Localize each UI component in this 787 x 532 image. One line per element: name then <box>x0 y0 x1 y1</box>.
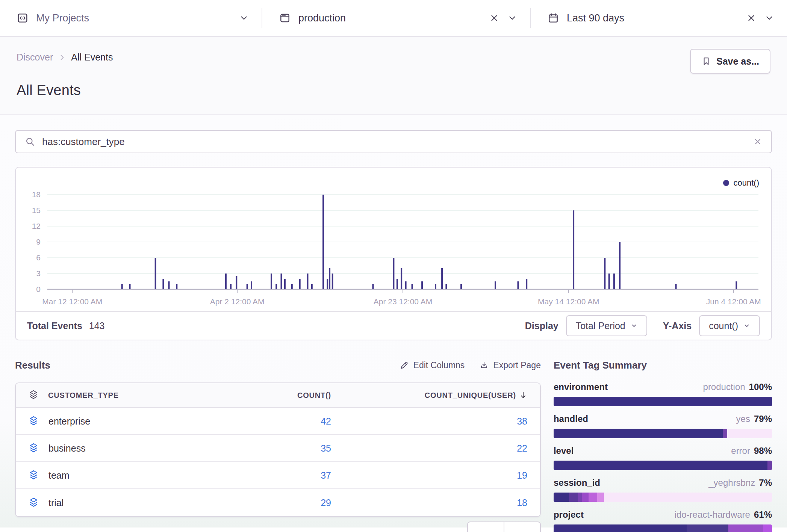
next-page-button[interactable] <box>504 521 541 532</box>
legend-count[interactable]: count() <box>723 178 759 188</box>
table-row[interactable]: enterprise 42 38 <box>16 408 540 435</box>
tag-bar-segment[interactable] <box>582 493 588 502</box>
tag-top-percent: 61% <box>754 509 772 520</box>
chevron-down-icon[interactable] <box>507 13 517 23</box>
yaxis-dropdown[interactable]: count() <box>699 315 760 336</box>
tag-bar-segment[interactable] <box>578 493 582 502</box>
breadcrumb-discover-link[interactable]: Discover <box>17 52 53 63</box>
display-dropdown[interactable]: Total Period <box>566 315 647 336</box>
tag-distribution-bar[interactable] <box>554 524 772 532</box>
column-header-count-unique-user[interactable]: COUNT_UNIQUE(USER) <box>425 391 516 400</box>
breadcrumb: Discover All Events <box>17 52 770 63</box>
count-unique-user-link[interactable]: 18 <box>517 497 527 508</box>
table-body: enterprise 42 38 business 35 22 team 37 … <box>16 408 540 516</box>
search-input[interactable] <box>35 136 753 148</box>
count-unique-user-link[interactable]: 22 <box>517 443 527 454</box>
count-link[interactable]: 42 <box>321 416 331 426</box>
customer-type-value: team <box>48 470 70 481</box>
layers-icon <box>29 497 39 509</box>
tag-block-session_id: session_id _yeghrsbnz 7% <box>554 478 772 502</box>
svg-text:15: 15 <box>32 206 41 215</box>
column-header-count[interactable]: COUNT() <box>297 391 331 399</box>
count-link[interactable]: 35 <box>321 443 331 453</box>
tag-bar-segment[interactable] <box>728 524 763 532</box>
project-filter[interactable]: My Projects <box>0 0 262 36</box>
tag-top-percent: 100% <box>749 382 772 392</box>
yaxis-dropdown-value: count() <box>709 320 738 331</box>
tag-bar-segment[interactable] <box>597 493 604 502</box>
total-events-value: 143 <box>89 320 105 331</box>
tag-distribution-bar[interactable] <box>554 429 772 438</box>
svg-text:May 14 12:00 AM: May 14 12:00 AM <box>538 297 599 306</box>
svg-text:Apr 23 12:00 AM: Apr 23 12:00 AM <box>374 297 432 306</box>
display-dropdown-value: Total Period <box>576 320 625 331</box>
table-header-row: CUSTOMER_TYPE COUNT() COUNT_UNIQUE(USER) <box>16 383 540 408</box>
calendar-icon <box>547 12 559 24</box>
count-unique-user-link[interactable]: 19 <box>517 470 527 481</box>
edit-columns-button[interactable]: Edit Columns <box>400 360 465 370</box>
clear-environment-icon[interactable] <box>489 13 499 23</box>
tag-bar-segment[interactable] <box>687 524 728 532</box>
edit-columns-label: Edit Columns <box>413 360 465 370</box>
tag-summary-panel: Event Tag Summary environment production… <box>554 356 772 532</box>
tag-top-percent: 79% <box>754 414 772 424</box>
tag-bar-segment[interactable] <box>589 493 597 502</box>
chevron-down-icon[interactable] <box>764 13 774 23</box>
tag-distribution-bar[interactable] <box>554 397 772 406</box>
svg-text:18: 18 <box>32 190 41 199</box>
count-link[interactable]: 37 <box>321 470 331 481</box>
tag-key[interactable]: session_id <box>554 478 600 488</box>
column-header-customer-type[interactable]: CUSTOMER_TYPE <box>48 391 119 400</box>
results-table: CUSTOMER_TYPE COUNT() COUNT_UNIQUE(USER)… <box>15 382 541 517</box>
breadcrumb-current: All Events <box>71 52 113 63</box>
tag-bar-segment[interactable] <box>763 524 772 532</box>
tag-bar-segment[interactable] <box>554 493 569 502</box>
count-link[interactable]: 29 <box>321 497 331 508</box>
chevron-down-icon[interactable] <box>239 13 249 23</box>
customer-type-value: trial <box>48 497 64 508</box>
yaxis-label: Y-Axis <box>663 320 692 331</box>
tag-bar-segment[interactable] <box>767 461 772 470</box>
previous-page-button[interactable] <box>467 521 504 532</box>
customer-type-value: enterprise <box>48 416 90 427</box>
tag-key[interactable]: level <box>554 446 574 456</box>
content-area: count() 0369121518Mar 12 12:00 AMApr 2 1… <box>0 115 787 527</box>
chart-footer: Total Events 143 Display Total Period Y-… <box>16 311 771 340</box>
tag-key[interactable]: handled <box>554 414 588 424</box>
tag-bar-segment[interactable] <box>554 524 687 532</box>
tag-bar-segment[interactable] <box>723 429 727 438</box>
count-unique-user-link[interactable]: 38 <box>517 416 527 427</box>
clear-search-icon[interactable] <box>753 137 762 146</box>
chart-canvas: 0369121518Mar 12 12:00 AMApr 2 12:00 AMA… <box>16 177 771 310</box>
sort-desc-icon <box>519 391 527 399</box>
export-page-button[interactable]: Export Page <box>480 360 541 370</box>
svg-text:3: 3 <box>36 269 41 278</box>
environment-filter-label: production <box>298 12 346 24</box>
tag-summary-heading: Event Tag Summary <box>554 356 772 374</box>
save-as-button[interactable]: Save as... <box>690 49 770 74</box>
environment-filter[interactable]: production <box>262 0 530 36</box>
total-events-label: Total Events <box>27 320 82 331</box>
svg-text:0: 0 <box>36 285 41 293</box>
legend-label: count() <box>734 178 759 188</box>
svg-text:Apr 2 12:00 AM: Apr 2 12:00 AM <box>210 297 265 306</box>
daterange-filter[interactable]: Last 90 days <box>531 0 787 36</box>
tag-distribution-bar[interactable] <box>554 461 772 470</box>
tag-key[interactable]: environment <box>554 382 608 392</box>
tag-bar-segment[interactable] <box>554 397 772 406</box>
tag-bar-segment[interactable] <box>554 461 767 470</box>
table-row[interactable]: team 37 19 <box>16 462 540 489</box>
breadcrumb-chevron-icon <box>58 54 66 61</box>
tag-top-value: error <box>731 446 750 456</box>
tag-key[interactable]: project <box>554 509 584 520</box>
tag-distribution-bar[interactable] <box>554 493 772 502</box>
layers-icon <box>29 470 39 481</box>
tag-bar-segment[interactable] <box>554 429 723 438</box>
table-row[interactable]: business 35 22 <box>16 435 540 462</box>
tag-bar-segment[interactable] <box>569 493 578 502</box>
table-row[interactable]: trial 29 18 <box>16 489 540 516</box>
customer-type-value: business <box>48 443 86 454</box>
tag-top-value: yes <box>736 414 750 424</box>
tag-block-handled: handled yes 79% <box>554 414 772 438</box>
clear-daterange-icon[interactable] <box>746 13 756 23</box>
